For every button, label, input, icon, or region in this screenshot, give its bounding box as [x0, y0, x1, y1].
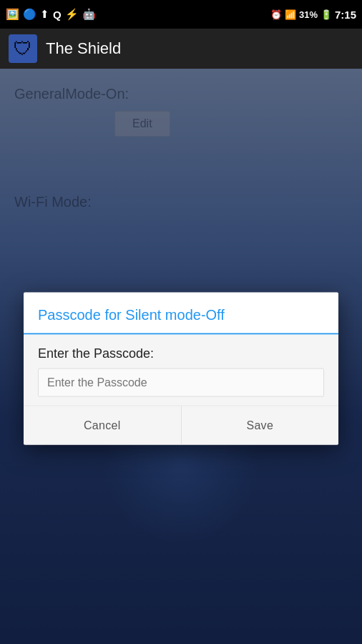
passcode-input[interactable] [38, 369, 324, 397]
app-icon-emoji: 🛡 [14, 38, 32, 60]
battery-icon: 🔋 [321, 9, 332, 20]
cancel-button[interactable]: Cancel [24, 406, 182, 445]
save-button[interactable]: Save [182, 406, 339, 445]
main-content: GeneralMode-On: Edit Wi-Fi Mode: Passcod… [0, 69, 362, 644]
usb-icon: ⚡ [65, 8, 79, 21]
dialog-body: Enter the Passcode: [24, 335, 338, 406]
circle-icon: 🔵 [23, 8, 36, 21]
q-icon: Q [53, 9, 62, 21]
alarm-icon: ⏰ [270, 9, 282, 20]
app-title: The Shield [46, 39, 121, 58]
battery-percent: 31% [299, 9, 318, 20]
android-icon: 🤖 [82, 8, 96, 21]
app-bar: 🛡 The Shield [0, 29, 362, 69]
status-bar-right: ⏰ 📶 31% 🔋 7:15 [270, 9, 356, 21]
upload-icon: ⬆ [40, 8, 49, 21]
signal-icon: 📶 [285, 9, 296, 20]
dialog: Passcode for Silent mode-Off Enter the P… [24, 293, 338, 445]
dialog-label: Enter the Passcode: [38, 346, 324, 361]
dialog-actions: Cancel Save [24, 406, 338, 445]
status-bar-left: 🖼️ 🔵 ⬆ Q ⚡ 🤖 [6, 8, 96, 21]
app-icon: 🛡 [9, 34, 37, 63]
dialog-title: Passcode for Silent mode-Off [24, 293, 338, 335]
status-bar: 🖼️ 🔵 ⬆ Q ⚡ 🤖 ⏰ 📶 31% 🔋 7:15 [0, 0, 362, 29]
photo-icon: 🖼️ [6, 8, 19, 21]
time-display: 7:15 [335, 9, 356, 21]
